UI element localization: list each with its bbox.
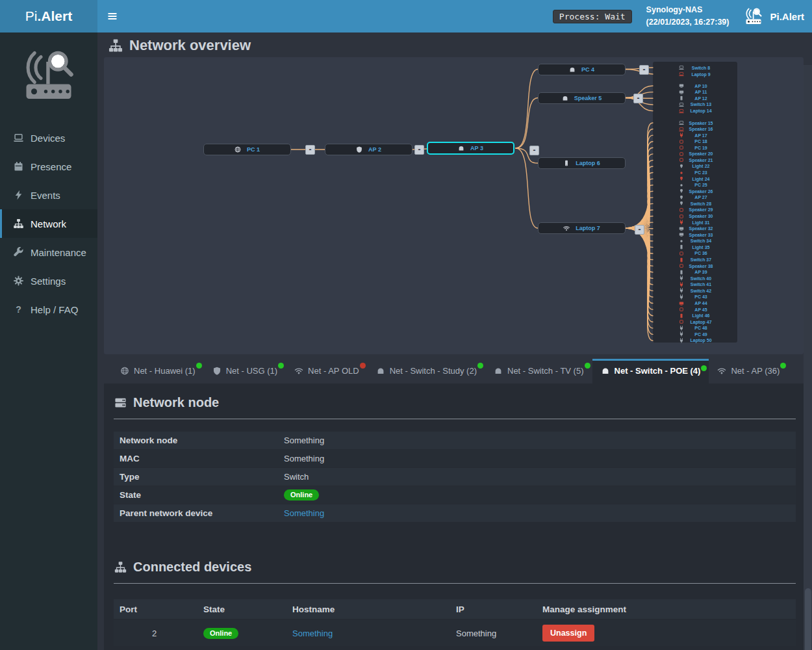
leaf-device-switch-42[interactable]: Switch 42 <box>653 288 737 294</box>
cell-ip: Something <box>455 629 539 638</box>
leaf-device-light-35[interactable]: Light 35 <box>653 244 737 250</box>
collapse-connector[interactable]: - <box>305 145 315 155</box>
leaf-device-pc-49[interactable]: PC 49 <box>653 332 737 337</box>
sidebar-item-network[interactable]: Network <box>0 209 97 238</box>
sidebar-toggle-button[interactable] <box>97 0 127 32</box>
map-node-ap-3[interactable]: AP 3 <box>427 142 514 155</box>
leaf-device-speaker-29[interactable]: Speaker 29 <box>653 207 737 213</box>
app-badge[interactable]: Pi.Alert <box>743 7 804 25</box>
leaf-device-ap-10[interactable]: AP 10 <box>653 83 737 89</box>
leaf-device-speaker-16[interactable]: Speaker 16 <box>653 126 737 132</box>
leaf-device-pc-36[interactable]: PC 36 <box>653 250 737 256</box>
tab-net-usg-1[interactable]: Net - USG (1) <box>204 359 286 384</box>
leaf-device-switch-28[interactable]: Switch 28 <box>653 201 737 207</box>
tab-net-ap-old[interactable]: Net - AP OLD <box>286 359 368 384</box>
tab-net-switch-poe-4[interactable]: Net - Switch - POE (4) <box>592 359 709 384</box>
leaf-device-speaker-38[interactable]: Speaker 38 <box>653 263 737 269</box>
leaf-device-ap-12[interactable]: AP 12 <box>653 96 737 101</box>
leaf-device-light-46[interactable]: Light 46 <box>653 313 737 318</box>
row-label: Parent network device <box>114 508 284 518</box>
map-node-laptop-7[interactable]: Laptop 7 <box>538 222 626 234</box>
leaf-device-ap-17[interactable]: AP 17 <box>653 133 737 138</box>
map-node-label: Speaker 5 <box>574 95 602 101</box>
sidebar-item-settings[interactable]: Settings <box>0 266 97 295</box>
leaf-device-pc-48[interactable]: PC 48 <box>653 325 737 331</box>
leaf-label: Light 24 <box>670 176 732 182</box>
leaf-device-light-24[interactable]: Light 24 <box>653 176 737 182</box>
leaf-label: Speaker 21 <box>670 157 732 163</box>
bolt-icon <box>13 190 24 200</box>
map-node-laptop-6[interactable]: Laptop 6 <box>538 157 626 169</box>
collapse-connector[interactable]: - <box>639 65 649 75</box>
row-label: Network node <box>114 436 284 445</box>
sidebar-item-help-faq[interactable]: ?Help / FAQ <box>0 295 97 324</box>
leaf-label: PC 18 <box>670 138 732 144</box>
leaf-device-ap-39[interactable]: AP 39 <box>653 269 737 275</box>
leaf-device-pc-25[interactable]: PC 25 <box>653 182 737 188</box>
leaf-device-switch-41[interactable]: Switch 41 <box>653 281 737 287</box>
leaf-device-ap-44[interactable]: AP 44 <box>653 300 737 306</box>
leaf-device-pc-18[interactable]: PC 18 <box>653 138 737 144</box>
collapse-connector[interactable]: - <box>414 145 424 155</box>
sidebar-nav: DevicesPresenceEventsNetworkMaintenanceS… <box>0 124 97 324</box>
leaf-device-switch-40[interactable]: Switch 40 <box>653 276 737 281</box>
hostname-link[interactable]: Something <box>292 629 333 638</box>
network-node-title: Network node <box>114 395 796 410</box>
sidebar-item-presence[interactable]: Presence <box>0 152 97 181</box>
tab-net-ap-36[interactable]: Net - AP (36) <box>709 359 788 384</box>
sidebar-item-maintenance[interactable]: Maintenance <box>0 238 97 266</box>
map-node-speaker-5[interactable]: Speaker 5 <box>538 92 626 104</box>
leaf-device-switch-13[interactable]: Switch 13 <box>653 101 737 107</box>
tab-net-switch-study-2[interactable]: Net - Switch - Study (2) <box>368 359 485 384</box>
leaf-device-switch-34[interactable]: Switch 34 <box>653 238 737 244</box>
leaf-device-speaker-20[interactable]: Speaker 20 <box>653 151 737 157</box>
ethernet-icon <box>601 367 610 375</box>
leaf-device-speaker-15[interactable]: Speaker 15 <box>653 120 737 126</box>
status-dot <box>585 363 590 369</box>
leaf-device-light-22[interactable]: Light 22 <box>653 163 737 169</box>
leaf-device-switch-37[interactable]: Switch 37 <box>653 257 737 263</box>
leaf-device-ap-45[interactable]: AP 45 <box>653 307 737 313</box>
sitemap-icon <box>114 561 127 573</box>
leaf-device-pc-19[interactable]: PC 19 <box>653 145 737 151</box>
collapse-connector[interactable]: - <box>633 94 643 103</box>
leaf-label: PC 49 <box>670 332 732 337</box>
map-node-pc-4[interactable]: PC 4 <box>538 64 626 75</box>
leaf-device-laptop-50[interactable]: Laptop 50 <box>653 337 737 343</box>
tab-net-switch-tv-5[interactable]: Net - Switch - TV (5) <box>485 359 592 384</box>
leaf-label: PC 43 <box>670 294 732 300</box>
tab-net-huawei-1[interactable]: Net - Huawei (1) <box>112 359 204 384</box>
leaf-device-ap-27[interactable]: AP 27 <box>653 194 737 200</box>
leaf-label: Switch 40 <box>670 276 732 281</box>
collapse-connector[interactable]: - <box>529 146 539 155</box>
sidebar-item-devices[interactable]: Devices <box>0 124 97 152</box>
leaf-device-laptop-47[interactable]: Laptop 47 <box>653 319 737 325</box>
leaf-device-pc-23[interactable]: PC 23 <box>653 170 737 176</box>
leaf-device-speaker-26[interactable]: Speaker 26 <box>653 188 737 194</box>
leaf-device-speaker-33[interactable]: Speaker 33 <box>653 232 737 238</box>
map-node-ap-2[interactable]: AP 2 <box>325 144 412 155</box>
map-node-label: Laptop 7 <box>576 225 600 231</box>
parent-device-link[interactable]: Something <box>284 508 324 518</box>
leaf-device-speaker-30[interactable]: Speaker 30 <box>653 213 737 219</box>
leaf-device-speaker-32[interactable]: Speaker 32 <box>653 226 737 231</box>
scrollbar-thumb[interactable] <box>805 588 811 650</box>
bars-icon <box>107 11 118 21</box>
leaf-device-laptop-9[interactable]: Laptop 9 <box>653 72 737 77</box>
host-timestamp: (22/01/2023, 16:27:39) <box>646 16 730 29</box>
leaf-device-speaker-21[interactable]: Speaker 21 <box>653 157 737 163</box>
leaf-label: AP 39 <box>670 269 732 275</box>
leaf-device-light-31[interactable]: Light 31 <box>653 220 737 226</box>
leaf-device-ap-11[interactable]: AP 11 <box>653 89 737 95</box>
sidebar-item-events[interactable]: Events <box>0 181 97 209</box>
leaf-device-switch-8[interactable]: Switch 8 <box>653 65 737 71</box>
unassign-button[interactable]: Unassign <box>542 625 594 642</box>
app-logo[interactable]: Pi.Alert <box>0 0 97 32</box>
map-node-pc-1[interactable]: PC 1 <box>203 144 291 155</box>
leaf-device-pc-43[interactable]: PC 43 <box>653 294 737 300</box>
scrollbar-track[interactable] <box>804 65 812 650</box>
collapse-connector[interactable]: - <box>635 225 644 235</box>
status-badge: Online <box>203 628 238 639</box>
network-node-section: Network node Network node Something MAC … <box>114 395 796 522</box>
leaf-device-laptop-14[interactable]: Laptop 14 <box>653 108 737 114</box>
